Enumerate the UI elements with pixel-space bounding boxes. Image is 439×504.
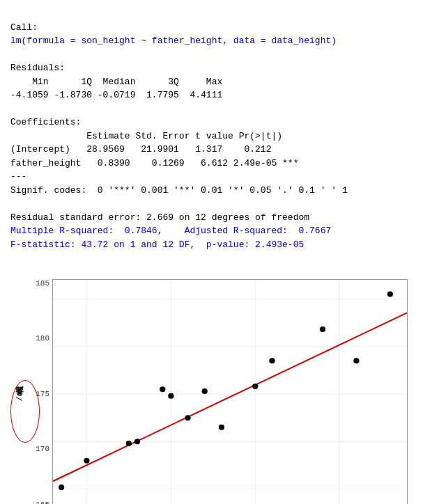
y-tick-165: 165 xyxy=(36,501,49,505)
point-4 xyxy=(134,439,140,444)
point-9 xyxy=(219,424,224,430)
rse-line: Residual standard error: 2.669 on 12 deg… xyxy=(10,212,309,223)
call-header: Call: xyxy=(10,22,38,33)
point-1 xyxy=(59,484,64,489)
signif-line: Signif. codes: 0 '***' 0.001 '**' 0.01 '… xyxy=(10,185,348,196)
fstat-line: F-statistic: 43.72 on 1 and 12 DF, p-val… xyxy=(10,239,304,250)
coefficients-header: Coefficients: xyxy=(10,117,81,127)
residuals-header: Residuals: xyxy=(10,63,65,73)
point-10 xyxy=(252,384,258,389)
call-line: lm(formula = son_height ~ father_height,… xyxy=(10,36,337,46)
regression-line xyxy=(53,313,407,481)
point-6 xyxy=(168,393,174,398)
coeff-separator: --- xyxy=(10,171,26,182)
code-output: Call: lm(formula = son_height ~ father_h… xyxy=(10,7,429,265)
point-12 xyxy=(320,326,325,332)
plot-area xyxy=(52,279,408,505)
chart-svg xyxy=(53,280,407,505)
point-14 xyxy=(387,291,393,297)
coeff-cols: Estimate Std. Error t value Pr(>|t|) xyxy=(10,131,304,141)
point-13 xyxy=(353,358,359,363)
y-tick-170: 170 xyxy=(36,445,49,453)
point-2 xyxy=(84,457,89,463)
y-axis-label: 儿子身高/cm xyxy=(14,279,26,505)
y-axis-text: 儿子身高/cm xyxy=(15,386,26,402)
point-5 xyxy=(160,386,165,392)
point-11 xyxy=(269,358,275,363)
y-tick-175: 175 xyxy=(36,390,49,398)
point-8 xyxy=(202,388,208,393)
chart-section: 儿子身高/cm 185 180 175 170 165 xyxy=(10,272,422,505)
y-tick-180: 180 xyxy=(36,334,49,342)
residuals-vals: -4.1059 -1.8730 -0.0719 1.7795 4.4111 xyxy=(10,90,222,100)
coeff-father: father_height 0.8390 0.1269 6.612 2.49e-… xyxy=(10,158,298,168)
r2-line: Multiple R-squared: 0.7846, Adjusted R-s… xyxy=(10,226,331,236)
residuals-cols: Min 1Q Median 3Q Max xyxy=(10,77,222,87)
y-tick-185: 185 xyxy=(36,279,49,288)
y-tick-labels: 185 180 175 170 165 xyxy=(27,279,49,505)
coeff-intercept: (Intercept) 28.9569 21.9901 1.317 0.212 xyxy=(10,144,293,155)
point-7 xyxy=(185,415,190,420)
point-3 xyxy=(126,441,132,446)
